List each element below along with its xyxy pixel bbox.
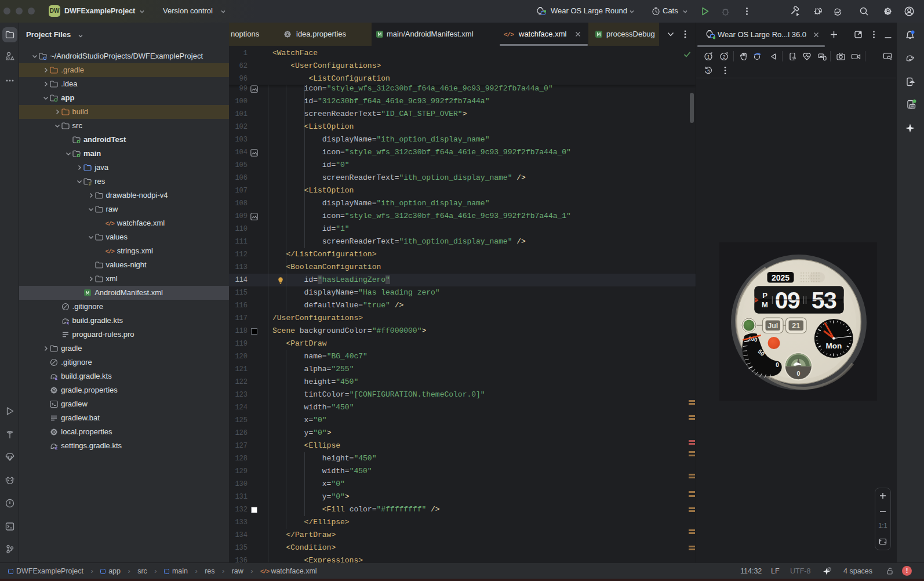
svg-text:21: 21 [792,322,800,330]
svg-text:1: 1 [707,54,710,60]
svg-text:0: 0 [776,362,779,368]
svg-text:5: 5 [707,68,710,74]
svg-text:Jul: Jul [767,322,778,330]
svg-text:0: 0 [796,370,800,377]
svg-text:2025: 2025 [772,273,790,282]
svg-text:2: 2 [722,54,725,60]
svg-text:M: M [762,300,768,309]
svg-text:P: P [762,291,767,300]
svg-text:Mon: Mon [825,342,842,350]
